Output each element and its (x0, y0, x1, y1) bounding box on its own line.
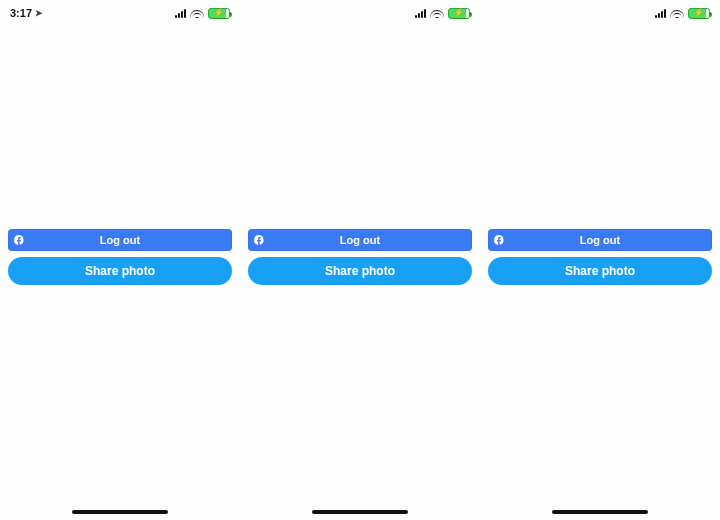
button-group: Log out Share photo (8, 229, 232, 285)
home-indicator[interactable] (312, 510, 408, 514)
share-photo-label: Share photo (85, 264, 155, 278)
status-bar: ⚡ (240, 0, 480, 24)
logout-label: Log out (248, 234, 472, 246)
button-group: Log out Share photo (248, 229, 472, 285)
location-arrow-icon: ➤ (35, 8, 43, 18)
battery-icon: ⚡ (208, 8, 230, 19)
screenshot-stage: 3:17 ➤ ⚡ Log out Share photo (0, 0, 720, 520)
share-photo-button[interactable]: Share photo (8, 257, 232, 285)
cellular-icon (175, 8, 186, 18)
status-right: ⚡ (415, 8, 470, 19)
status-time: 3:17 (10, 7, 32, 19)
share-photo-button[interactable]: Share photo (248, 257, 472, 285)
home-indicator[interactable] (72, 510, 168, 514)
logout-label: Log out (488, 234, 712, 246)
status-left: 3:17 ➤ (10, 7, 43, 19)
logout-button[interactable]: Log out (8, 229, 232, 251)
button-group: Log out Share photo (488, 229, 712, 285)
logout-label: Log out (8, 234, 232, 246)
cellular-icon (415, 8, 426, 18)
status-bar: 3:17 ➤ ⚡ (0, 0, 240, 24)
status-right: ⚡ (175, 8, 230, 19)
share-photo-label: Share photo (325, 264, 395, 278)
wifi-icon (190, 8, 204, 18)
phone-screen: 3:17 ➤ ⚡ Log out Share photo (0, 0, 240, 520)
cellular-icon (655, 8, 666, 18)
wifi-icon (430, 8, 444, 18)
status-right: ⚡ (655, 8, 710, 19)
share-photo-button[interactable]: Share photo (488, 257, 712, 285)
share-photo-label: Share photo (565, 264, 635, 278)
wifi-icon (670, 8, 684, 18)
logout-button[interactable]: Log out (248, 229, 472, 251)
phone-screen: ⚡ Log out Share photo (240, 0, 480, 520)
battery-icon: ⚡ (448, 8, 470, 19)
logout-button[interactable]: Log out (488, 229, 712, 251)
home-indicator[interactable] (552, 510, 648, 514)
phone-screen: ⚡ Log out Share photo (480, 0, 720, 520)
status-bar: ⚡ (480, 0, 720, 24)
battery-icon: ⚡ (688, 8, 710, 19)
